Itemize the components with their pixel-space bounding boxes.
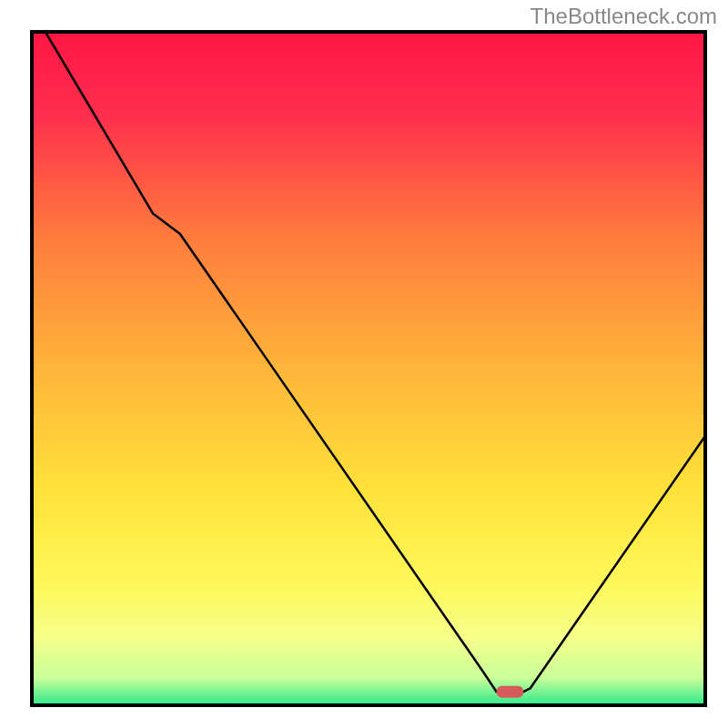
bottleneck-chart [0,0,728,728]
plot-background [32,32,705,705]
watermark-text: TheBottleneck.com [531,4,717,29]
optimal-marker [497,686,524,698]
